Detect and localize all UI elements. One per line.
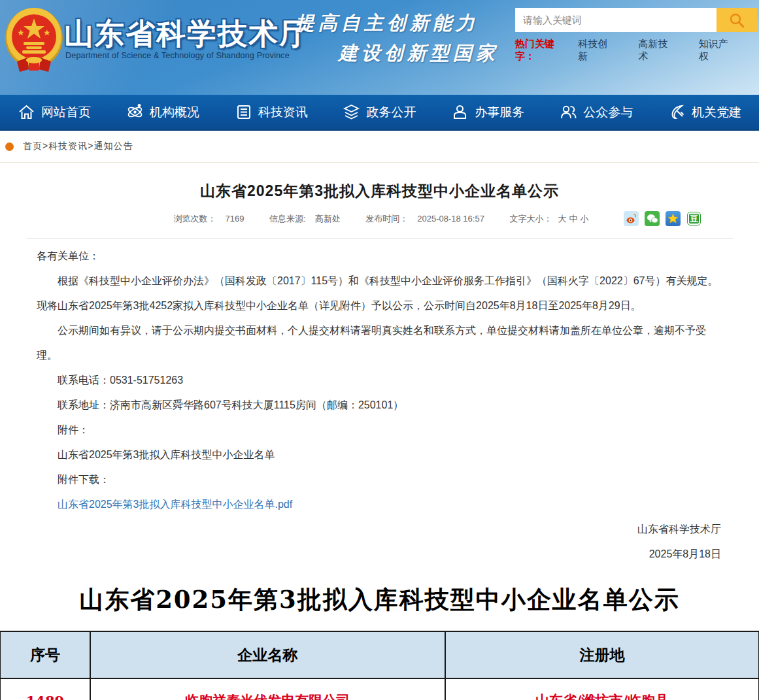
fontsize-medium[interactable]: 中 — [569, 214, 578, 224]
breadcrumb-notices[interactable]: 通知公告 — [93, 141, 133, 151]
national-emblem-logo — [4, 4, 64, 75]
hot-keyword-hightech[interactable]: 高新技术 — [639, 38, 675, 63]
hot-keyword-tech-innovation[interactable]: 科技创新 — [578, 38, 615, 63]
site-search — [515, 8, 757, 32]
fontsize-small[interactable]: 小 — [581, 214, 589, 224]
site-title: 山东省科学技术厅 — [64, 14, 310, 54]
publish-time: 2025-08-18 16:57 — [417, 214, 484, 224]
signature-block: 山东省科学技术厅 2025年8月18日 — [0, 517, 759, 567]
nav-item-home[interactable]: 网站首页 — [0, 103, 109, 121]
nav-label: 政务公开 — [366, 104, 416, 121]
column-header-region: 注册地 — [445, 631, 759, 678]
article-title: 山东省2025年第3批拟入库科技型中小企业名单公示 — [0, 181, 759, 201]
cell-serial-no: 1489 — [0, 678, 90, 700]
banner-slogan: 提高自主创新能力 建设创新型国家 — [295, 10, 499, 67]
douban-share-icon[interactable]: 豆 — [688, 212, 700, 225]
attachment-name: 山东省2025年第3批拟入库科技型中小企业名单 — [37, 442, 722, 467]
home-icon — [18, 103, 35, 121]
salutation: 各有关单位： — [37, 244, 722, 269]
wechat-share-icon[interactable] — [645, 211, 660, 226]
contact-phone: 联系电话：0531-51751263 — [37, 368, 722, 393]
share-icons: 豆 — [624, 211, 701, 226]
paragraph-basis: 根据《科技型中小企业评价办法》（国科发政〔2017〕115号）和《科技型中小企业… — [37, 269, 722, 318]
breadcrumb: 首页>科技资讯>通知公告 — [0, 131, 759, 163]
roster-table: 序号 企业名称 注册地 1489 临朐祥泰光伏发电有限公司 山东省/潍坊市/临朐… — [0, 631, 759, 700]
roster-title: 山东省2025年第3批拟入库科技型中小企业名单公示 — [0, 584, 759, 616]
person-icon — [451, 103, 469, 121]
nav-label: 公众参与 — [583, 104, 633, 121]
douban-glyph: 豆 — [690, 213, 698, 225]
breadcrumb-separator: > — [88, 141, 93, 151]
signature-org: 山东省科学技术厅 — [0, 517, 721, 542]
hot-keyword-ip[interactable]: 知识产权 — [699, 38, 735, 63]
signature-date: 2025年8月18日 — [0, 542, 721, 567]
breadcrumb-separator: > — [42, 141, 48, 151]
article: 山东省2025年第3批拟入库科技型中小企业名单公示 浏览次数：7169 信息来源… — [0, 163, 759, 567]
nav-item-overview[interactable]: 机构概况 — [109, 103, 217, 121]
breadcrumb-news[interactable]: 科技资讯 — [48, 141, 88, 151]
views-label: 浏览次数： — [173, 214, 216, 224]
nav-item-public-participation[interactable]: 公众参与 — [542, 103, 650, 121]
search-button[interactable] — [717, 8, 757, 32]
roster-header-row: 序号 企业名称 注册地 — [0, 631, 759, 678]
search-input[interactable] — [515, 8, 717, 32]
search-icon — [728, 12, 745, 29]
cell-region: 山东省/潍坊市/临朐县 — [445, 678, 759, 700]
table-row: 1489 临朐祥泰光伏发电有限公司 山东省/潍坊市/临朐县 — [0, 678, 759, 700]
nav-item-services[interactable]: 办事服务 — [433, 103, 542, 121]
article-meta-row: 浏览次数：7169 信息来源:高新处 发布时间：2025-08-18 16:57… — [0, 213, 759, 230]
party-icon — [668, 103, 686, 121]
contact-address: 联系地址：济南市高新区舜华路607号科技大厦1115房间（邮编：250101） — [37, 393, 722, 418]
article-body: 各有关单位： 根据《科技型中小企业评价办法》（国科发政〔2017〕115号）和《… — [0, 239, 759, 517]
nav-label: 机构概况 — [150, 104, 199, 121]
nav-label: 机关党建 — [692, 104, 741, 121]
hot-keywords-label: 热门关键字： — [515, 38, 570, 63]
atom-icon — [126, 103, 144, 121]
fontsize-label: 文字大小： — [510, 214, 552, 224]
column-header-company: 企业名称 — [90, 631, 445, 678]
weibo-share-icon[interactable] — [624, 211, 639, 226]
breadcrumb-home[interactable]: 首页 — [23, 141, 42, 151]
views-count: 7169 — [225, 214, 244, 224]
site-subtitle: Department of Science & Technology of Sh… — [65, 51, 290, 60]
breadcrumb-dot-icon — [5, 142, 14, 151]
nav-item-news[interactable]: 科技资讯 — [217, 103, 326, 121]
nav-label: 办事服务 — [475, 104, 524, 121]
news-icon — [235, 103, 252, 121]
hot-keywords-row: 热门关键字： 科技创新 高新技术 知识产权 — [515, 38, 759, 63]
attachment-label: 附件： — [37, 418, 722, 442]
publish-label: 发布时间： — [365, 214, 408, 224]
download-label: 附件下载： — [37, 467, 722, 492]
paragraph-objection: 公示期间如有异议，请于公示期内提交书面材料，个人提交材料请署明真实姓名和联系方式… — [37, 318, 722, 368]
slogan-line-2: 建设创新型国家 — [339, 41, 499, 67]
nav-item-gov-affairs[interactable]: 政务公开 — [326, 103, 434, 121]
cell-company-name: 临朐祥泰光伏发电有限公司 — [90, 678, 445, 700]
fontsize-large[interactable]: 大 — [558, 214, 567, 224]
people-icon — [560, 103, 577, 121]
source-value: 高新处 — [315, 214, 341, 224]
nav-label: 科技资讯 — [258, 104, 308, 121]
source-label: 信息来源: — [269, 214, 306, 224]
slogan-line-1: 提高自主创新能力 — [295, 10, 499, 37]
site-banner: 山东省科学技术厅 Department of Science & Technol… — [0, 0, 759, 95]
attachment-pdf-link[interactable]: 山东省2025年第3批拟入库科技型中小企业名单.pdf — [58, 499, 292, 510]
qzone-share-icon[interactable] — [666, 211, 681, 226]
nav-label: 网站首页 — [41, 104, 91, 121]
layers-icon — [343, 103, 360, 121]
main-nav: 网站首页 机构概况 科技资讯 政务公开 办事服务 — [0, 95, 759, 131]
column-header-no: 序号 — [0, 631, 90, 678]
nav-item-party-building[interactable]: 机关党建 — [650, 103, 759, 121]
